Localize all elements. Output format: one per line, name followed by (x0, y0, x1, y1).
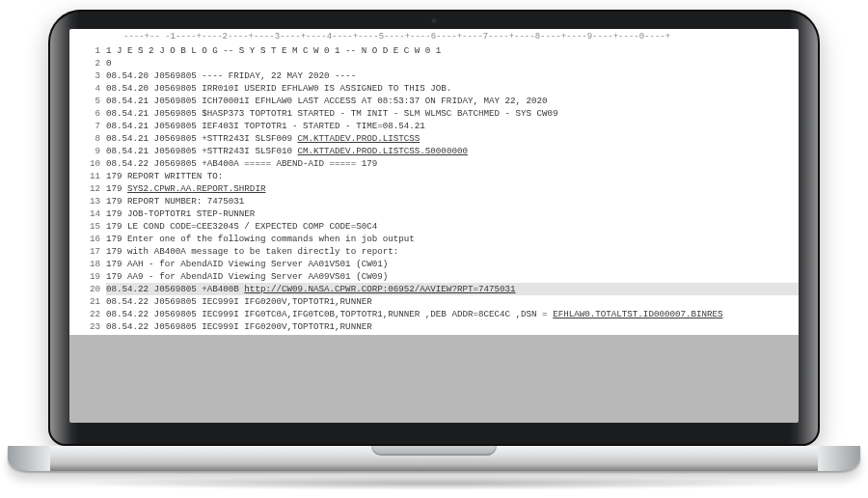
line-text: 08.54.20 J0569805 ---- FRIDAY, 22 MAY 20… (106, 69, 799, 82)
underlined-token: CM.KTTADEV.PROD.LISTCSS.S0000000 (298, 146, 468, 156)
log-line: 10 08.54.22 J0569805 +AB400A ===== ABEND… (69, 157, 799, 170)
log-line: 20 (69, 57, 799, 69)
terminal-output: ----+-- -1----+----2----+----3----+----4… (69, 29, 799, 335)
log-line: 18 179 AAH - for AbendAID Viewing Server… (69, 258, 799, 270)
log-lines: 11 J E S 2 J O B L O G -- S Y S T E M C … (69, 44, 799, 335)
screen: ----+-- -1----+----2----+----3----+----4… (69, 29, 799, 423)
line-text: 08.54.20 J0569805 IRR010I USERID EFHLAW0… (106, 82, 799, 95)
line-number: 13 (69, 195, 106, 208)
line-text: 1 J E S 2 J O B L O G -- S Y S T E M C W… (106, 44, 799, 57)
line-text: 179 AAH - for AbendAID Viewing Server AA… (106, 258, 799, 270)
line-number: 22 (69, 308, 106, 320)
log-line: 15 179 LE COND CODE=CEE3204S / EXPECTED … (69, 220, 799, 233)
line-text: 179 JOB-TOPTOTR1 STEP-RUNNER (106, 208, 799, 220)
line-number: 2 (69, 57, 106, 69)
drop-shadow (68, 477, 800, 490)
line-number: 7 (69, 120, 106, 132)
line-text: 179 AA9 - for AbendAID Viewing Server AA… (106, 270, 799, 283)
log-line: 14 179 JOB-TOPTOTR1 STEP-RUNNER (69, 208, 799, 220)
line-text: 179 LE COND CODE=CEE3204S / EXPECTED COM… (106, 220, 799, 233)
column-ruler: ----+-- -1----+----2----+----3----+----4… (69, 29, 799, 44)
line-text: 08.54.21 J0569805 ICH70001I EFHLAW0 LAST… (106, 95, 799, 107)
line-text: 08.54.22 J0569805 +AB400A ===== ABEND-AI… (106, 157, 799, 170)
line-text: 179 REPORT NUMBER: 7475031 (106, 195, 799, 208)
underlined-token: CM.KTTADEV.PROD.LISTCSS (298, 133, 420, 144)
camera-dot (432, 18, 437, 23)
line-text: 179 with AB400A message to be taken dire… (106, 245, 799, 258)
line-number: 8 (69, 132, 106, 145)
line-number: 18 (69, 258, 106, 270)
trackpad-notch (371, 446, 497, 456)
line-number: 14 (69, 208, 106, 220)
ruler-text: ----+-- -1----+----2----+----3----+----4… (123, 32, 670, 42)
line-number: 3 (69, 69, 106, 82)
line-number: 21 (69, 295, 106, 308)
line-text: 08.54.22 J0569805 +AB400B http://CW09.NA… (106, 283, 799, 295)
line-number: 9 (69, 145, 106, 157)
log-line: 7 08.54.21 J0569805 IEF403I TOPTOTR1 - S… (69, 120, 799, 132)
log-line: 13 179 REPORT NUMBER: 7475031 (69, 195, 799, 208)
line-number: 19 (69, 270, 106, 283)
line-number: 16 (69, 233, 106, 245)
log-line: 11 179 REPORT WRITTEN TO: (69, 170, 799, 182)
line-text: 179 REPORT WRITTEN TO: (106, 170, 799, 182)
screen-bezel: ----+-- -1----+----2----+----3----+----4… (48, 10, 820, 446)
line-text: 08.54.22 J0569805 IEC999I IFG0200V,TOPTO… (106, 320, 799, 333)
log-line: 20 08.54.22 J0569805 +AB400B http://CW09… (69, 283, 799, 295)
line-text: 08.54.21 J0569805 +STTR243I SLSF009 CM.K… (106, 132, 799, 145)
line-text: 08.54.22 J0569805 IEC999I IFG0200V,TOPTO… (106, 295, 799, 308)
log-line: 17 179 with AB400A message to be taken d… (69, 245, 799, 258)
line-text: 08.54.21 J0569805 IEF403I TOPTOTR1 - STA… (106, 120, 799, 132)
log-line: 21 08.54.22 J0569805 IEC999I IFG0200V,TO… (69, 295, 799, 308)
log-line: 11 J E S 2 J O B L O G -- S Y S T E M C … (69, 44, 799, 57)
line-number: 5 (69, 95, 106, 107)
log-line: 12 179 SYS2.CPWR.AA.REPORT.SHRDIR (69, 182, 799, 195)
line-number: 12 (69, 182, 106, 195)
log-line: 3 08.54.20 J0569805 ---- FRIDAY, 22 MAY … (69, 69, 799, 82)
log-line: 9 08.54.21 J0569805 +STTR243I SLSF010 CM… (69, 145, 799, 157)
underlined-token: http://CW09.NASA.CPWR.CORP:06952/AAVIEW?… (244, 284, 515, 294)
log-line: 16 179 Enter one of the following comman… (69, 233, 799, 245)
screen-unused-area (69, 335, 799, 423)
line-text: 08.54.22 J0569805 IEC999I IFG0TC0A,IFG0T… (106, 308, 799, 320)
line-number: 11 (69, 170, 106, 182)
underlined-token: SYS2.CPWR.AA.REPORT.SHRDIR (127, 183, 265, 194)
log-line: 5 08.54.21 J0569805 ICH70001I EFHLAW0 LA… (69, 95, 799, 107)
line-text: 08.54.21 J0569805 +STTR243I SLSF010 CM.K… (106, 145, 799, 157)
line-number: 15 (69, 220, 106, 233)
line-text: 0 (106, 57, 799, 69)
laptop-frame: ----+-- -1----+----2----+----3----+----4… (48, 10, 820, 490)
line-number: 6 (69, 107, 106, 120)
log-line: 4 08.54.20 J0569805 IRR010I USERID EFHLA… (69, 82, 799, 95)
line-number: 20 (69, 283, 106, 295)
log-line: 22 08.54.22 J0569805 IEC999I IFG0TC0A,IF… (69, 308, 799, 320)
line-number: 4 (69, 82, 106, 95)
underlined-token: EFHLAW0.TOTALTST.ID000007.BINRES (553, 309, 722, 319)
line-number: 1 (69, 44, 106, 57)
log-line: 23 08.54.22 J0569805 IEC999I IFG0200V,TO… (69, 320, 799, 333)
line-text: 179 Enter one of the following commands … (106, 233, 799, 245)
log-line: 8 08.54.21 J0569805 +STTR243I SLSF009 CM… (69, 132, 799, 145)
line-number: 10 (69, 157, 106, 170)
line-number: 17 (69, 245, 106, 258)
log-line: 6 08.54.21 J0569805 $HASP373 TOPTOTR1 ST… (69, 107, 799, 120)
laptop-base (8, 446, 860, 471)
line-text: 08.54.21 J0569805 $HASP373 TOPTOTR1 STAR… (106, 107, 799, 120)
line-number: 23 (69, 320, 106, 333)
line-text: 179 SYS2.CPWR.AA.REPORT.SHRDIR (106, 182, 799, 195)
log-line: 19 179 AA9 - for AbendAID Viewing Server… (69, 270, 799, 283)
